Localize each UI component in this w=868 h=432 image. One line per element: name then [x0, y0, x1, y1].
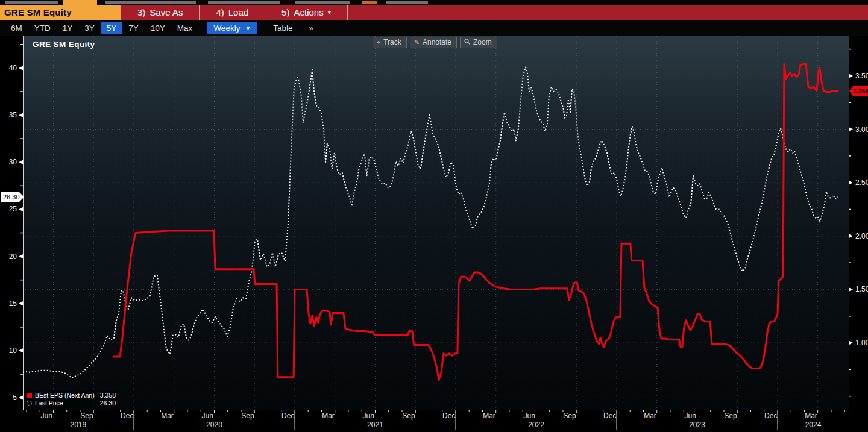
- svg-text:Sep: Sep: [241, 412, 254, 420]
- svg-text:2021: 2021: [367, 421, 383, 429]
- range-tab-bar: 6M YTD 1Y 3Y 5Y 7Y 10Y Max Weekly ▼ Tabl…: [0, 20, 868, 36]
- svg-text:Sep: Sep: [724, 412, 737, 420]
- svg-text:2020: 2020: [206, 421, 222, 429]
- save-as-label: Save As: [149, 5, 183, 20]
- chart-legend: BEst EPS (Next Ann) 3.358 Last Price 26.…: [24, 390, 120, 409]
- clipped-text-fragment: [362, 1, 377, 4]
- chart-panel: 5101520253035401.001.502.002.503.003.50J…: [0, 36, 868, 432]
- tab-table[interactable]: Table: [268, 22, 298, 34]
- zoom-label: Zoom: [473, 38, 492, 46]
- svg-text:Jun: Jun: [41, 412, 52, 420]
- track-label: Track: [383, 38, 401, 46]
- magnifier-icon: [464, 38, 470, 46]
- actions-label: Actions: [294, 5, 323, 20]
- svg-text:30: 30: [9, 158, 17, 166]
- svg-text:1.00: 1.00: [855, 339, 868, 347]
- tab-max[interactable]: Max: [172, 22, 198, 34]
- legend-row-price[interactable]: Last Price 26.30: [27, 399, 116, 407]
- chevron-down-icon: ▾: [328, 5, 331, 20]
- svg-text:3.50: 3.50: [855, 72, 868, 80]
- eps-series-swatch: [27, 393, 32, 398]
- clipped-text-fragment: [5, 1, 58, 4]
- tab-6m[interactable]: 6M: [5, 22, 28, 34]
- svg-text:2024: 2024: [805, 421, 822, 429]
- eps-series-value: 3.358: [98, 392, 116, 399]
- svg-text:Sep: Sep: [80, 412, 93, 420]
- security-input[interactable]: GRE SM Equity: [0, 5, 121, 20]
- last-price-label: Last Price: [35, 399, 98, 407]
- svg-text:Mar: Mar: [483, 412, 495, 420]
- svg-text:Sep: Sep: [563, 412, 576, 420]
- chart-security-title: GRE SM Equity: [33, 40, 95, 49]
- clipped-text-fragment: [295, 1, 350, 4]
- track-crosshair-icon: ⌖: [377, 38, 380, 46]
- svg-text:Jun: Jun: [524, 412, 535, 420]
- load-key: 4): [216, 5, 224, 20]
- legend-row-eps[interactable]: BEst EPS (Next Ann) 3.358: [27, 392, 116, 399]
- clipped-text-fragment: [208, 1, 280, 4]
- svg-text:Dec: Dec: [281, 412, 294, 420]
- clipped-command-row: [0, 0, 868, 5]
- svg-text:15: 15: [9, 299, 17, 308]
- svg-text:2019: 2019: [70, 421, 86, 429]
- chart-tools: ⌖ Track ✎ Annotate Zoom: [373, 37, 497, 48]
- tab-7y[interactable]: 7Y: [123, 22, 144, 34]
- actions-button[interactable]: 5) Actions ▾: [265, 5, 347, 20]
- eps-series-label: BEst EPS (Next Ann): [35, 392, 98, 399]
- svg-text:Jun: Jun: [685, 412, 696, 420]
- svg-text:Sep: Sep: [402, 412, 415, 420]
- save-as-key: 3): [137, 5, 145, 20]
- svg-text:Jun: Jun: [363, 412, 374, 420]
- clipped-text-fragment: [386, 1, 428, 4]
- tab-ytd[interactable]: YTD: [29, 22, 56, 34]
- svg-text:Mar: Mar: [805, 412, 817, 420]
- more-tabs-chevron[interactable]: »: [304, 22, 319, 34]
- svg-text:Dec: Dec: [442, 412, 455, 420]
- svg-text:Jun: Jun: [202, 412, 213, 420]
- annotate-label: Annotate: [423, 38, 451, 46]
- save-as-button[interactable]: 3) Save As: [121, 5, 199, 20]
- svg-text:1.50: 1.50: [855, 285, 868, 293]
- svg-text:Dec: Dec: [764, 412, 777, 420]
- actions-key: 5): [281, 5, 289, 20]
- load-label: Load: [228, 5, 248, 20]
- svg-text:2.00: 2.00: [855, 232, 868, 240]
- period-label: Weekly: [213, 23, 240, 33]
- svg-text:2022: 2022: [528, 421, 544, 429]
- svg-text:20: 20: [9, 252, 17, 261]
- svg-text:2.50: 2.50: [855, 178, 868, 187]
- clipped-amber-field: [63, 0, 97, 5]
- chevron-down-icon: ▼: [245, 25, 251, 31]
- pencil-icon: ✎: [414, 38, 420, 46]
- load-button[interactable]: 4) Load: [200, 5, 265, 20]
- svg-text:35: 35: [9, 111, 17, 119]
- svg-text:Dec: Dec: [603, 412, 616, 420]
- svg-text:Mar: Mar: [644, 412, 656, 420]
- bloomberg-terminal-window: GRE SM Equity 3) Save As 4) Load 5) Acti…: [0, 0, 868, 432]
- last-price-swatch: [27, 401, 32, 406]
- tab-10y[interactable]: 10Y: [145, 22, 171, 34]
- svg-text:25: 25: [9, 205, 17, 213]
- toolbar-filler: [348, 5, 868, 20]
- tab-3y[interactable]: 3Y: [79, 22, 100, 34]
- tab-1y[interactable]: 1Y: [57, 22, 78, 34]
- svg-text:3.00: 3.00: [855, 125, 868, 134]
- clipped-text-fragment: [105, 1, 196, 4]
- annotate-button[interactable]: ✎ Annotate: [410, 37, 457, 48]
- svg-text:40: 40: [9, 64, 17, 72]
- svg-text:2023: 2023: [689, 421, 705, 429]
- last-price-axis-badge: 26.30: [1, 192, 24, 202]
- function-toolbar: GRE SM Equity 3) Save As 4) Load 5) Acti…: [0, 5, 868, 20]
- eps-axis-badge: 3.358: [849, 86, 868, 96]
- chart-plot[interactable]: 5101520253035401.001.502.002.503.003.50J…: [0, 36, 868, 432]
- tab-5y-selected[interactable]: 5Y: [101, 22, 122, 34]
- svg-text:Dec: Dec: [121, 412, 133, 420]
- zoom-button[interactable]: Zoom: [460, 37, 497, 48]
- svg-text:10: 10: [9, 346, 17, 355]
- svg-text:Mar: Mar: [161, 412, 174, 420]
- last-price-value: 26.30: [98, 399, 116, 407]
- track-button[interactable]: ⌖ Track: [373, 37, 407, 48]
- period-dropdown[interactable]: Weekly ▼: [207, 22, 257, 34]
- svg-text:5: 5: [13, 393, 17, 402]
- svg-text:Mar: Mar: [322, 412, 335, 420]
